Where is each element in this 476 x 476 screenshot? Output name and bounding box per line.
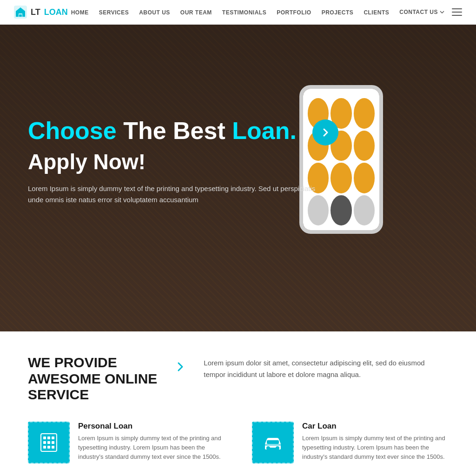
svg-rect-15 — [264, 444, 282, 446]
personal-loan-icon — [37, 431, 60, 454]
nav-item-contact[interactable]: CONTACT US — [399, 9, 444, 15]
hamburger-menu[interactable] — [452, 8, 462, 16]
service-card-personal-loan: Personal Loan Lorem Ipsum is simply dumm… — [28, 422, 224, 463]
chevron-down-icon — [440, 10, 444, 14]
car-loan-title: Car Loan — [302, 422, 448, 431]
svg-rect-3 — [43, 436, 46, 439]
nav-item-testimonials[interactable]: TESTIMONIALS — [222, 8, 266, 16]
logo-loan-text: LOAN — [44, 7, 68, 17]
logo[interactable]: LT LOAN — [14, 6, 68, 19]
service-card-car-loan: Car Loan Lorem Ipsum is simply dummy tex… — [252, 422, 448, 463]
car-loan-icon — [260, 430, 285, 455]
car-loan-desc: Lorem Ipsum is simply dummy text of the … — [302, 434, 448, 462]
svg-rect-1 — [19, 14, 22, 17]
nav-item-projects[interactable]: PROJECTS — [322, 8, 354, 16]
hero-headline-loan: Loan. — [232, 117, 297, 144]
logo-icon — [14, 6, 27, 19]
nav-item-team[interactable]: OUR TEAM — [180, 8, 212, 16]
svg-rect-14 — [267, 440, 279, 444]
nav-item-clients[interactable]: CLIENTS — [364, 8, 389, 16]
svg-rect-10 — [47, 446, 50, 449]
arrow-right-icon — [320, 127, 331, 138]
personal-loan-icon-box — [28, 422, 70, 463]
car-loan-icon-box — [252, 422, 294, 463]
nav-item-home[interactable]: HOME — [71, 8, 89, 16]
personal-loan-content: Personal Loan Lorem Ipsum is simply dumm… — [78, 422, 224, 462]
navbar: LT LOAN HOME SERVICES ABOUT US OUR TEAM … — [0, 0, 476, 25]
hero-headline-choose: Choose — [28, 117, 117, 144]
personal-loan-title: Personal Loan — [78, 422, 224, 431]
svg-rect-5 — [52, 436, 54, 439]
svg-rect-7 — [47, 441, 50, 444]
chevron-right-icon — [175, 361, 186, 372]
hero-section: Choose The Best Loan. Apply Now! Lorem I… — [0, 25, 476, 331]
svg-rect-8 — [52, 441, 54, 444]
hero-content: Choose The Best Loan. Apply Now! Lorem I… — [28, 118, 338, 205]
nav-links: HOME SERVICES ABOUT US OUR TEAM TESTIMON… — [71, 8, 444, 16]
svg-rect-11 — [52, 446, 54, 449]
car-loan-content: Car Loan Lorem Ipsum is simply dummy tex… — [302, 422, 448, 462]
nav-item-services[interactable]: SERVICES — [99, 8, 129, 16]
service-cards-grid: Personal Loan Lorem Ipsum is simply dumm… — [28, 422, 448, 463]
hero-headline-thebest: The Best — [123, 117, 232, 144]
svg-point-13 — [276, 446, 279, 450]
svg-point-12 — [266, 446, 270, 450]
hero-subheadline: Apply Now! — [28, 150, 338, 174]
personal-loan-desc: Lorem Ipsum is simply dummy text of the … — [78, 434, 224, 462]
services-header: WE PROVIDE AWESOME ONLINE SERVICE Lorem … — [28, 355, 448, 403]
services-arrow-button[interactable] — [171, 357, 190, 376]
svg-rect-6 — [43, 441, 46, 444]
svg-rect-9 — [43, 446, 46, 449]
services-title: WE PROVIDE AWESOME ONLINE SERVICE — [28, 355, 157, 403]
logo-lt-text: LT — [31, 7, 40, 17]
nav-item-portfolio[interactable]: PORTFOLIO — [277, 8, 311, 16]
nav-item-about[interactable]: ABOUT US — [139, 8, 170, 16]
services-description: Lorem ipsum dolor sit amet, consectetur … — [204, 355, 436, 381]
hero-description: Lorem Ipsum is simply dummy text of the … — [28, 183, 316, 205]
hero-cta-arrow[interactable] — [312, 119, 338, 145]
svg-rect-4 — [47, 436, 50, 439]
hero-headline: Choose The Best Loan. — [28, 118, 338, 145]
services-section: WE PROVIDE AWESOME ONLINE SERVICE Lorem … — [0, 331, 476, 476]
